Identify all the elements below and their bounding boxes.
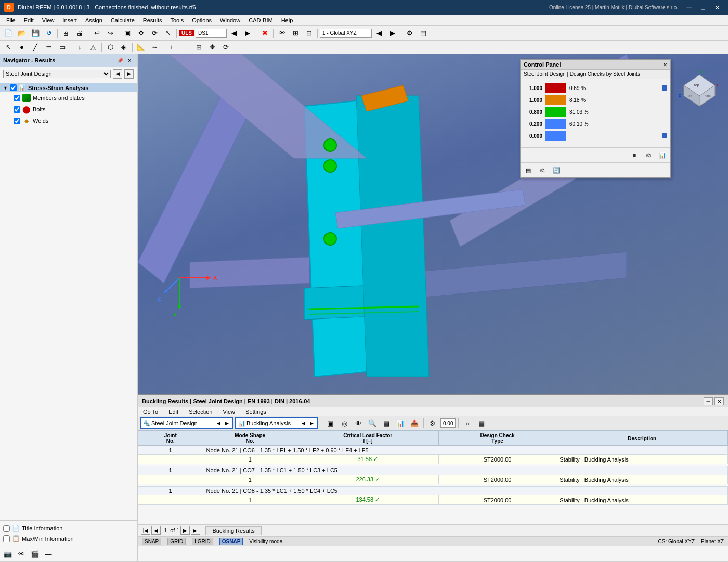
tb2-measure[interactable]: 📐 (135, 42, 147, 53)
table-row[interactable]: 1 31.58 ✓ ST2000.00 Stability | Buckling… (138, 455, 728, 464)
close-button[interactable]: ✕ (710, 2, 724, 12)
table-row[interactable]: 1 Node No. 21 | CO8 - 1.35 * LC1 + 1.50 … (138, 487, 728, 495)
tb-print[interactable]: 🖨 (60, 28, 72, 39)
nav-members-checkbox[interactable] (14, 95, 20, 101)
rp-tb-list[interactable]: ▤ (380, 417, 393, 429)
buckling-tab[interactable]: Buckling Results (205, 526, 261, 535)
tb-print-prev[interactable]: 🖨 (73, 28, 86, 39)
rp-menu-selection[interactable]: Selection (184, 407, 217, 416)
cube-widget[interactable]: top left right x y z (673, 59, 723, 109)
rp-tb-filter[interactable]: ▣ (324, 417, 336, 429)
menu-insert[interactable]: Insert (58, 16, 81, 24)
rp-left-dropdown[interactable]: 🔩 Steel Joint Design ◀ ▶ (140, 417, 233, 429)
tb2-surface[interactable]: ▭ (56, 42, 69, 53)
nav-title-info[interactable]: 📄 Title Information (0, 523, 137, 533)
tb2-line[interactable]: ╱ (29, 42, 42, 53)
sb-visibility[interactable]: Visibility mode (249, 539, 282, 544)
page-prev-btn[interactable]: ◀ (151, 526, 161, 535)
menu-window[interactable]: Window (216, 16, 244, 24)
menu-edit[interactable]: Edit (20, 16, 38, 24)
nav-item-bolts[interactable]: ⬤ Bolts (0, 104, 137, 115)
menu-file[interactable]: File (2, 16, 20, 24)
sb-snap[interactable]: SNAP (142, 538, 161, 545)
nav-tb-eye[interactable]: 👁 (15, 548, 28, 559)
nav-maxmin-info[interactable]: 📋 Max/Min Information (0, 533, 137, 544)
rp-dd-left-next[interactable]: ▶ (223, 419, 230, 427)
nav-back-btn[interactable]: ◀ (113, 69, 122, 79)
cp-tb2-btn1[interactable]: ▤ (522, 164, 535, 176)
tb-new[interactable]: 📄 (2, 28, 15, 39)
tb-view-next[interactable]: ▶ (386, 28, 399, 39)
nav-tb-video[interactable]: 🎬 (29, 548, 41, 559)
rp-tb-settings[interactable]: ⚙ (426, 417, 439, 429)
tb-view-prev[interactable]: ◀ (373, 28, 385, 39)
tb-table[interactable]: ▤ (417, 28, 430, 39)
rp-dd-right-next[interactable]: ▶ (308, 419, 315, 427)
rp-menu-goto[interactable]: Go To (138, 407, 163, 416)
minimize-button[interactable]: ─ (682, 2, 696, 12)
menu-assign[interactable]: Assign (81, 16, 107, 24)
nav-tb-line[interactable]: — (42, 548, 55, 559)
rp-tb-view2[interactable]: 🔍 (366, 417, 379, 429)
tb-view2[interactable]: ⊞ (289, 28, 302, 39)
rp-tb-more[interactable]: » (461, 417, 474, 429)
cp-tb2-btn2[interactable]: ⚖ (536, 164, 549, 176)
rp-menu-edit[interactable]: Edit (163, 407, 184, 416)
table-row[interactable]: 1 Node No. 21 | CO6 - 1.35 * LF1 + 1.50 … (138, 446, 728, 455)
tb-stop[interactable]: ✖ (258, 28, 271, 39)
tb-save[interactable]: 💾 (29, 28, 42, 39)
nav-welds-checkbox[interactable] (14, 118, 20, 124)
nav-root-checkbox[interactable] (10, 84, 17, 91)
menu-tools[interactable]: Tools (166, 16, 188, 24)
rp-right-dropdown[interactable]: 📊 Buckling Analysis ◀ ▶ (235, 417, 318, 429)
nav-close-btn[interactable]: ✕ (125, 56, 134, 65)
cp-tb2-btn3[interactable]: 🔄 (550, 164, 563, 176)
menu-calculate[interactable]: Calculate (107, 16, 139, 24)
cp-close-btn[interactable]: ✕ (663, 62, 667, 68)
tb2-zoom-in[interactable]: + (165, 42, 178, 53)
sb-osnap[interactable]: OSNAP (219, 538, 243, 545)
page-next-btn[interactable]: ▶ (180, 526, 190, 535)
page-first-btn[interactable]: |◀ (141, 526, 150, 535)
tb-redo[interactable]: ↪ (104, 28, 116, 39)
menu-results[interactable]: Results (139, 16, 166, 24)
rp-dd-left-prev[interactable]: ◀ (215, 419, 222, 427)
tb2-dimension[interactable]: ↔ (148, 42, 161, 53)
tb2-pan[interactable]: ✥ (206, 42, 218, 53)
tb2-node[interactable]: ● (16, 42, 28, 53)
rp-menu-view[interactable]: View (217, 407, 240, 416)
tb2-load[interactable]: ↓ (73, 42, 86, 53)
rp-tb-view1[interactable]: 👁 (352, 417, 365, 429)
nav-pin-btn[interactable]: 📌 (116, 56, 124, 65)
menu-cadbim[interactable]: CAD-BIM (244, 16, 277, 24)
rp-minimize-btn[interactable]: ─ (704, 397, 713, 405)
table-row[interactable]: 1 134.58 ✓ ST2000.00 Stability | Bucklin… (138, 495, 728, 505)
load-case-input[interactable] (196, 29, 227, 38)
tb-undo[interactable]: ↩ (90, 28, 103, 39)
rp-close-btn[interactable]: ✕ (714, 397, 724, 405)
tb-view1[interactable]: 👁 (276, 28, 288, 39)
rp-menu-settings[interactable]: Settings (240, 407, 271, 416)
view-dropdown[interactable] (320, 29, 372, 38)
tb-refresh[interactable]: ↺ (43, 28, 55, 39)
rp-dd-right-prev[interactable]: ◀ (300, 419, 307, 427)
rp-tb-export[interactable]: 📤 (408, 417, 421, 429)
sb-lgrid[interactable]: LGRID (192, 538, 213, 545)
nav-maxmin-checkbox[interactable] (3, 535, 10, 542)
tb2-zoom-all[interactable]: ⊞ (192, 42, 205, 53)
tb2-section[interactable]: ⬡ (104, 42, 116, 53)
tb-move[interactable]: ✥ (135, 28, 147, 39)
rp-tb-node[interactable]: ◎ (338, 417, 350, 429)
tb-view3[interactable]: ⊡ (303, 28, 315, 39)
tb-prev-lc[interactable]: ◀ (228, 28, 240, 39)
nav-tb-cam[interactable]: 📷 (2, 548, 14, 559)
nav-fwd-btn[interactable]: ▶ (124, 69, 134, 79)
maximize-button[interactable]: □ (696, 2, 710, 12)
table-row[interactable]: 1 Node No. 21 | CO7 - 1.35 * LC1 + 1.50 … (138, 466, 728, 475)
menu-help[interactable]: Help (277, 16, 297, 24)
tb2-member[interactable]: ═ (43, 42, 55, 53)
cp-tb-list[interactable]: ≡ (628, 149, 641, 161)
tb2-material[interactable]: ◈ (118, 42, 130, 53)
sb-grid[interactable]: GRID (167, 538, 186, 545)
nav-tree-root[interactable]: ▼ 📊 Stress-Strain Analysis (0, 83, 137, 92)
